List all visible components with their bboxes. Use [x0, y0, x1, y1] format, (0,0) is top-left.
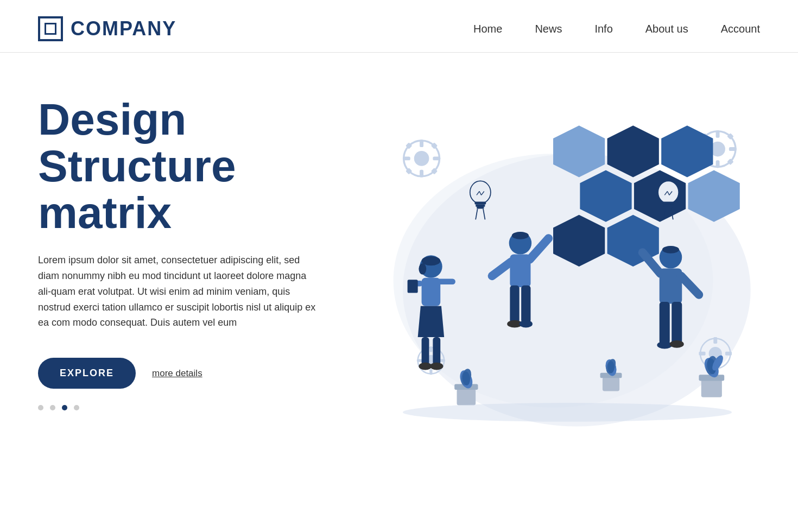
svg-point-106 [403, 403, 732, 422]
svg-rect-52 [663, 202, 674, 205]
svg-point-70 [419, 363, 432, 370]
svg-point-62 [419, 263, 426, 275]
svg-point-80 [520, 320, 533, 328]
svg-rect-33 [725, 352, 732, 356]
svg-rect-17 [729, 147, 737, 151]
svg-point-82 [662, 246, 679, 254]
svg-rect-77 [510, 286, 519, 323]
nav-about[interactable]: About us [645, 23, 688, 35]
illustration-svg [375, 85, 760, 476]
svg-rect-5 [420, 170, 423, 178]
svg-rect-53 [664, 205, 673, 207]
svg-rect-44 [476, 205, 485, 207]
site-header: COMPANY Home News Info About us Account [0, 0, 798, 53]
svg-point-42 [470, 181, 491, 204]
logo[interactable]: COMPANY [38, 16, 176, 41]
hero-title: Design Structure matrix [38, 96, 353, 236]
svg-marker-67 [418, 306, 444, 337]
more-details-link[interactable]: more details [152, 368, 202, 379]
pagination-dots [38, 405, 353, 410]
logo-text: COMPANY [71, 17, 176, 40]
svg-rect-90 [457, 389, 476, 405]
left-content: Design Structure matrix Lorem ipsum dolo… [38, 85, 353, 410]
svg-rect-43 [474, 202, 486, 205]
svg-point-71 [430, 363, 443, 370]
svg-rect-15 [716, 160, 720, 168]
svg-rect-78 [521, 286, 530, 323]
main-nav: Home News Info About us Account [473, 23, 760, 35]
hero-title-line2: Structure matrix [38, 141, 236, 237]
svg-rect-87 [672, 302, 682, 344]
svg-rect-4 [420, 140, 423, 147]
hero-illustration [375, 85, 760, 476]
logo-icon-inner [45, 23, 56, 35]
dot-3[interactable] [62, 405, 67, 410]
hero-title-line1: Design [38, 94, 186, 144]
svg-rect-65 [436, 279, 455, 284]
nav-news[interactable]: News [535, 23, 562, 35]
svg-rect-6 [403, 156, 410, 160]
svg-rect-24 [429, 346, 432, 352]
explore-button[interactable]: EXPLORE [38, 358, 136, 389]
dot-2[interactable] [50, 405, 55, 410]
dot-1[interactable] [38, 405, 43, 410]
svg-point-89 [670, 340, 684, 348]
cta-area: EXPLORE more details [38, 358, 353, 389]
svg-rect-45 [477, 207, 484, 208]
svg-rect-30 [713, 337, 717, 344]
svg-rect-69 [433, 337, 440, 365]
hero-description: Lorem ipsum dolor sit amet, consectetuer… [38, 252, 320, 331]
logo-icon [38, 16, 63, 41]
svg-rect-86 [660, 302, 670, 344]
nav-info[interactable]: Info [594, 23, 612, 35]
nav-account[interactable]: Account [721, 23, 760, 35]
svg-rect-14 [716, 130, 720, 138]
svg-rect-7 [433, 156, 440, 160]
nav-home[interactable]: Home [473, 23, 502, 35]
svg-rect-32 [699, 352, 705, 356]
svg-point-51 [658, 181, 679, 204]
svg-rect-66 [408, 280, 418, 293]
svg-rect-68 [422, 337, 429, 365]
svg-marker-36 [661, 125, 713, 177]
dot-4[interactable] [74, 405, 79, 410]
svg-point-88 [657, 341, 672, 349]
main-content: Design Structure matrix Lorem ipsum dolo… [0, 53, 798, 476]
svg-point-73 [512, 232, 529, 239]
svg-rect-54 [664, 207, 672, 208]
svg-point-3 [414, 151, 429, 166]
svg-point-99 [607, 361, 614, 373]
svg-rect-95 [603, 377, 619, 391]
svg-rect-100 [701, 379, 722, 397]
svg-rect-25 [429, 369, 432, 375]
